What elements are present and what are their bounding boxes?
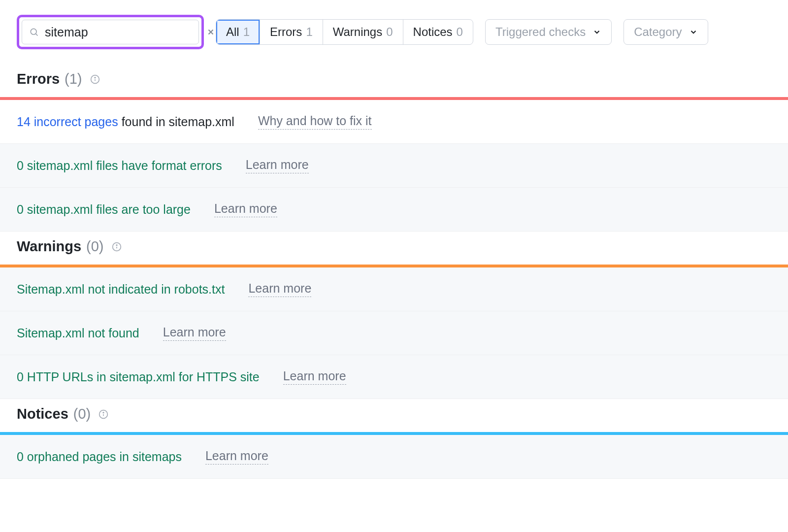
- issue-row[interactable]: 0 sitemap.xml files are too large Learn …: [0, 188, 788, 232]
- tab-all[interactable]: All 1: [216, 20, 260, 44]
- triggered-checks-dropdown[interactable]: Triggered checks: [485, 19, 612, 45]
- learn-more-link[interactable]: Learn more: [214, 201, 277, 217]
- svg-point-12: [103, 412, 104, 413]
- issue-text: 0 sitemap.xml files are too large: [17, 202, 191, 217]
- svg-point-0: [31, 29, 36, 34]
- tab-label: Warnings: [333, 25, 382, 39]
- section-title: Warnings: [17, 238, 81, 255]
- tab-count: 0: [457, 25, 463, 39]
- section-count: (1): [65, 71, 82, 87]
- issue-text: 0 orphaned pages in sitemaps: [17, 450, 182, 464]
- svg-point-6: [95, 77, 96, 78]
- why-and-how-link[interactable]: Why and how to fix it: [258, 114, 372, 130]
- info-icon[interactable]: [98, 409, 108, 419]
- learn-more-link[interactable]: Learn more: [246, 158, 309, 173]
- issue-row[interactable]: Sitemap.xml not found Learn more: [0, 311, 788, 355]
- category-dropdown[interactable]: Category: [624, 19, 708, 45]
- issue-text: 14 incorrect pages found in sitemap.xml: [17, 115, 234, 129]
- section-header-notices: Notices (0): [0, 399, 788, 432]
- filter-tab-group: All 1 Errors 1 Warnings 0 Notices 0: [216, 19, 473, 45]
- tab-count: 1: [243, 25, 250, 39]
- chevron-down-icon: [689, 28, 698, 36]
- clear-icon[interactable]: [206, 27, 215, 37]
- tab-errors[interactable]: Errors 1: [260, 20, 323, 44]
- dropdown-label: Triggered checks: [495, 25, 586, 39]
- tab-count: 0: [386, 25, 393, 39]
- info-icon[interactable]: [112, 242, 122, 252]
- learn-more-link[interactable]: Learn more: [248, 281, 311, 297]
- section-header-warnings: Warnings (0): [0, 232, 788, 265]
- section-title: Notices: [17, 406, 68, 422]
- issue-text: Sitemap.xml not indicated in robots.txt: [17, 282, 225, 297]
- issue-row[interactable]: 0 HTTP URLs in sitemap.xml for HTTPS sit…: [0, 355, 788, 399]
- learn-more-link[interactable]: Learn more: [163, 325, 226, 341]
- learn-more-link[interactable]: Learn more: [205, 449, 268, 465]
- toolbar: All 1 Errors 1 Warnings 0 Notices 0 Trig…: [0, 15, 788, 64]
- search-input[interactable]: [45, 25, 200, 39]
- issue-text: 0 sitemap.xml files have format errors: [17, 159, 222, 173]
- tab-warnings[interactable]: Warnings 0: [323, 20, 403, 44]
- chevron-down-icon: [592, 28, 601, 36]
- issue-text: 0 HTTP URLs in sitemap.xml for HTTPS sit…: [17, 370, 260, 384]
- svg-point-9: [116, 244, 117, 245]
- tab-label: Errors: [270, 25, 302, 39]
- tab-notices[interactable]: Notices 0: [403, 20, 473, 44]
- section-count: (0): [86, 238, 103, 255]
- svg-line-1: [36, 34, 38, 36]
- section-title: Errors: [17, 71, 60, 87]
- tab-label: All: [226, 25, 239, 39]
- issue-row[interactable]: Sitemap.xml not indicated in robots.txt …: [0, 267, 788, 311]
- section-count: (0): [73, 406, 91, 422]
- info-icon[interactable]: [90, 74, 100, 84]
- learn-more-link[interactable]: Learn more: [283, 369, 346, 385]
- tab-count: 1: [306, 25, 312, 39]
- issue-row[interactable]: 0 orphaned pages in sitemaps Learn more: [0, 435, 788, 479]
- tab-label: Notices: [413, 25, 453, 39]
- search-input-container[interactable]: [22, 20, 199, 44]
- search-highlight-box: [17, 15, 204, 49]
- section-header-errors: Errors (1): [0, 64, 788, 97]
- dropdown-label: Category: [634, 25, 682, 39]
- issue-row[interactable]: 14 incorrect pages found in sitemap.xml …: [0, 100, 788, 144]
- issue-text: Sitemap.xml not found: [17, 326, 139, 340]
- search-icon: [29, 27, 39, 37]
- issue-row[interactable]: 0 sitemap.xml files have format errors L…: [0, 144, 788, 188]
